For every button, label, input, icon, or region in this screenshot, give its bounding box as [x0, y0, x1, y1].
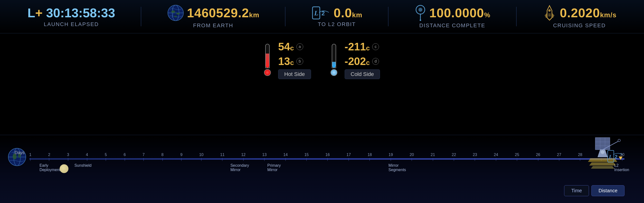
tick-item-3: 3 [67, 153, 69, 161]
tick-item-23: 23 [473, 153, 477, 161]
tick-item-13: 13 [262, 153, 267, 161]
svg-point-31 [618, 139, 620, 142]
divider-4 [516, 7, 516, 26]
tick-item-17: 17 [346, 153, 351, 161]
cold-therm-bulb [330, 69, 337, 76]
tick-item-22: 22 [452, 153, 456, 161]
l2-logo-icon: L 2 [311, 5, 331, 20]
temp-b-value: 13c [278, 55, 294, 67]
divider-2 [285, 7, 286, 26]
tick-item-24: 24 [494, 153, 498, 161]
svg-text:L: L [609, 154, 612, 160]
tick-item-18: 18 [368, 153, 372, 161]
temp-c-badge: c [372, 43, 379, 50]
cold-therm-fill [332, 62, 336, 68]
svg-point-5 [174, 16, 177, 17]
tick-item-16: 16 [326, 153, 330, 161]
hot-side-group: 54c a 13c b Hot Side [264, 41, 311, 79]
timeline-event-early-deployment: EarlyDeployment [40, 163, 60, 172]
svg-point-9 [418, 8, 422, 12]
timeline-buttons: Time Distance [564, 185, 624, 196]
tick-item-9: 9 [180, 153, 182, 161]
tick-item-7: 7 [142, 153, 145, 161]
temp-d-value: -202c [345, 55, 370, 67]
header-bar: L+ 30:13:58:33 Launch Elapsed 14605 [0, 0, 644, 33]
svg-marker-29 [591, 166, 614, 169]
distance-complete-label: Distance Complete [420, 22, 486, 29]
temperature-section: 54c a 13c b Hot Side [0, 33, 644, 84]
temp-c-value: -211c [345, 41, 370, 53]
from-earth-value: 1460529.2km [187, 5, 260, 20]
l2-timeline-icon: L 2 [607, 150, 624, 163]
tick-item-2: 2 [48, 153, 50, 161]
temp-a-value: 54c [278, 41, 294, 53]
hot-thermometer [264, 44, 271, 76]
tick-item-1: 1 [29, 153, 32, 161]
tick-item-27: 27 [557, 153, 562, 161]
tick-item-25: 25 [515, 153, 519, 161]
svg-rect-19 [595, 138, 610, 150]
timeline-event-sunshield: Sunshield [74, 163, 91, 168]
cold-thermometer [330, 44, 337, 76]
time-button[interactable]: Time [564, 185, 589, 196]
cruising-speed-item: 0.2020km/s Cruising Speed [542, 4, 616, 29]
hot-therm-bulb [264, 69, 271, 76]
timeline-inner: Days 12345678910111213141516171819202122… [0, 135, 644, 203]
svg-text:2: 2 [615, 154, 618, 160]
from-earth-label: From Earth [193, 22, 233, 29]
tick-item-19: 19 [388, 153, 393, 161]
tick-item-14: 14 [283, 153, 288, 161]
hot-side-label: Hot Side [278, 69, 311, 79]
timeline-ticks: 1234567891011121314151617181920212223242… [29, 153, 624, 161]
timeline-event-primary-mirror: PrimaryMirror [268, 163, 281, 172]
to-l2-value: 0.0km [334, 5, 362, 20]
cruising-speed-value: 0.2020km/s [560, 5, 616, 20]
timeline-section: Days 12345678910111213141516171819202122… [0, 135, 644, 203]
tick-item-6: 6 [124, 153, 126, 161]
cold-side-label: Cold Side [345, 69, 380, 79]
svg-point-10 [420, 19, 421, 21]
timeline-moon [60, 164, 68, 173]
timeline-event-mirror-segments: MirrorSegments [388, 163, 406, 172]
to-l2-label: To L2 Orbit [318, 21, 356, 27]
hot-readings: 54c a 13c b Hot Side [278, 41, 311, 79]
tick-item-12: 12 [241, 153, 246, 161]
earth-icon [167, 4, 184, 21]
tick-item-21: 21 [431, 153, 435, 161]
tick-item-26: 26 [536, 153, 540, 161]
speed-icon [542, 4, 557, 21]
launch-elapsed-label: Launch Elapsed [44, 21, 99, 27]
tick-item-5: 5 [105, 153, 107, 161]
timeline-days-label: Days [14, 150, 24, 155]
launch-elapsed-item: L+ 30:13:58:33 Launch Elapsed [28, 5, 115, 27]
distance-complete-item: 100.0000% Distance Complete [414, 4, 490, 29]
cold-readings: -211c c -202c d Cold Side [345, 41, 380, 79]
hot-therm-fill [266, 53, 269, 68]
timeline-event-secondary-mirror: SecondaryMirror [230, 163, 249, 172]
cold-side-group: -211c c -202c d Cold Side [330, 41, 380, 79]
tick-item-15: 15 [304, 153, 309, 161]
tick-item-11: 11 [220, 153, 224, 161]
tick-item-20: 20 [410, 153, 414, 161]
distance-complete-value: 100.0000% [430, 5, 490, 20]
tick-item-4: 4 [86, 153, 88, 161]
cold-therm-tube [332, 44, 336, 68]
divider-3 [388, 7, 388, 26]
pin-icon [414, 4, 426, 21]
divider-1 [141, 7, 141, 26]
svg-point-3 [171, 10, 175, 13]
tick-item-10: 10 [199, 153, 204, 161]
temp-d-badge: d [372, 58, 379, 65]
temp-a-badge: a [296, 43, 303, 50]
svg-point-4 [176, 13, 180, 14]
timeline-l2-badge: L 2 [607, 150, 624, 163]
from-earth-item: 1460529.2km From Earth [167, 4, 260, 29]
tick-item-8: 8 [162, 153, 164, 161]
distance-button[interactable]: Distance [592, 185, 624, 196]
launch-elapsed-value: L+ 30:13:58:33 [28, 5, 115, 20]
to-l2-item: L 2 0.0km To L2 Orbit [311, 5, 362, 27]
temp-b-badge: b [296, 58, 303, 65]
svg-point-11 [548, 9, 551, 12]
svg-text:L: L [314, 9, 318, 17]
hot-therm-tube [265, 44, 270, 68]
